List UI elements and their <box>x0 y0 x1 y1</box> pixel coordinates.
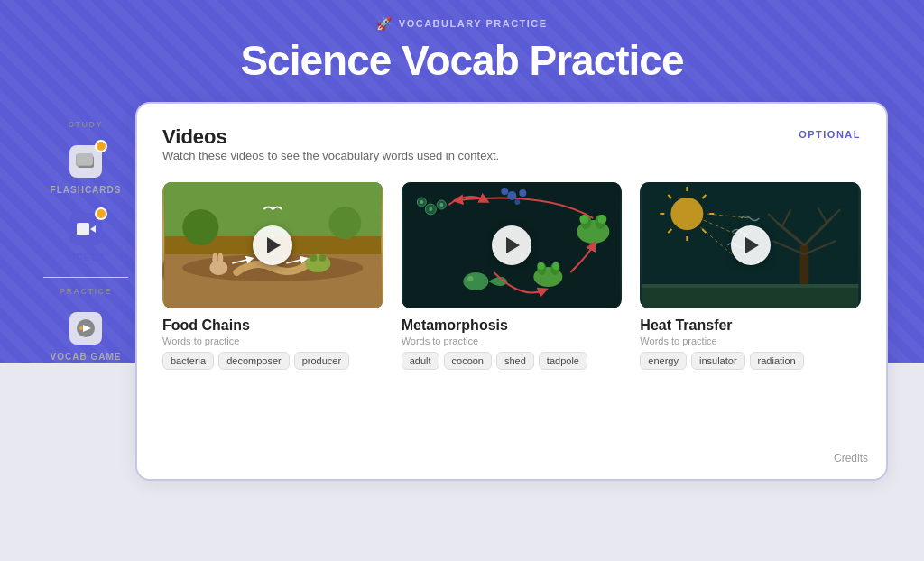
svg-point-27 <box>463 272 488 290</box>
svg-point-42 <box>514 199 520 205</box>
svg-point-33 <box>552 262 559 270</box>
sidebar-item-videos[interactable]: VIDEOS <box>36 204 135 268</box>
card-header: Videos Watch these videos to see the voc… <box>162 125 861 179</box>
sidebar-item-flashcards[interactable]: FLASHCARDS <box>36 136 135 200</box>
main-card: Videos Watch these videos to see the voc… <box>135 102 888 481</box>
heat-transfer-title: Heat Transfer <box>640 317 861 334</box>
svg-point-28 <box>467 276 473 281</box>
svg-point-26 <box>420 200 423 204</box>
flashcards-badge <box>95 140 107 152</box>
video-item-heat-transfer[interactable]: Heat Transfer Words to practice energy i… <box>640 182 861 370</box>
vocab-game-label: VOCAB GAME <box>51 352 122 362</box>
metamorphosis-title: Metamorphosis <box>402 317 623 334</box>
sidebar-item-vocab-game[interactable]: VOCAB GAME <box>36 303 135 367</box>
svg-point-39 <box>507 191 516 200</box>
heat-transfer-words-label: Words to practice <box>640 336 861 346</box>
svg-rect-65 <box>642 286 859 308</box>
svg-point-15 <box>310 254 317 262</box>
heat-transfer-tags: energy insulator radiation <box>640 352 861 370</box>
food-chains-words-label: Words to practice <box>162 336 383 346</box>
vocab-game-icon-wrap <box>66 308 106 348</box>
play-triangle-heat <box>745 237 759 253</box>
metamorphosis-words-label: Words to practice <box>402 336 623 346</box>
video-item-metamorphosis[interactable]: Metamorphosis Words to practice adult co… <box>402 182 623 370</box>
header: 🚀 VOCABULARY PRACTICE Science Vocab Prac… <box>0 0 924 84</box>
page-title: Science Vocab Practice <box>0 38 924 84</box>
tag-shed[interactable]: shed <box>496 352 534 370</box>
svg-point-13 <box>328 207 361 239</box>
svg-point-16 <box>319 254 326 262</box>
video-item-food-chains[interactable]: Food Chains Words to practice bacteria d… <box>162 182 383 370</box>
videos-badge <box>95 207 107 220</box>
video-thumbnail-food-chains <box>162 182 383 308</box>
svg-point-18 <box>212 253 217 265</box>
sidebar-divider <box>43 277 128 278</box>
svg-point-12 <box>182 209 218 245</box>
svg-rect-66 <box>642 284 859 288</box>
videos-grid: Food Chains Words to practice bacteria d… <box>162 182 861 370</box>
videos-icon-wrap <box>66 209 106 249</box>
svg-rect-3 <box>77 223 89 235</box>
svg-point-24 <box>429 207 432 211</box>
practice-section-label: PRACTICE <box>36 287 135 296</box>
play-triangle <box>267 237 281 253</box>
play-button-metamorphosis[interactable] <box>492 225 531 265</box>
metamorphosis-tags: adult cocoon shed tadpole <box>402 352 623 370</box>
svg-point-40 <box>519 189 526 197</box>
main-layout: STUDY FLASHCARDS <box>0 84 924 481</box>
flashcards-label: FLASHCARDS <box>51 185 122 195</box>
card-title: Videos <box>162 125 499 149</box>
tag-adult[interactable]: adult <box>402 352 439 370</box>
tag-bacteria[interactable]: bacteria <box>162 352 214 370</box>
play-button-food-chains[interactable] <box>253 225 292 265</box>
svg-point-19 <box>217 253 223 265</box>
food-chains-tags: bacteria decomposer producer <box>162 352 383 370</box>
tag-cocoon[interactable]: cocoon <box>444 352 492 370</box>
study-section-label: STUDY <box>36 120 135 129</box>
svg-point-7 <box>79 326 83 330</box>
tag-tadpole[interactable]: tadpole <box>539 352 587 370</box>
tag-insulator[interactable]: insulator <box>691 352 745 370</box>
svg-point-44 <box>671 198 704 230</box>
svg-point-32 <box>537 262 544 270</box>
svg-rect-2 <box>77 153 93 165</box>
play-triangle-meta <box>506 237 520 253</box>
svg-point-14 <box>305 254 330 272</box>
sidebar: STUDY FLASHCARDS <box>36 102 135 371</box>
vocab-game-icon <box>69 312 102 345</box>
card-subtitle: Watch these videos to see the vocabulary… <box>162 149 499 162</box>
rocket-icon: 🚀 <box>376 16 393 31</box>
videos-label: VIDEOS <box>66 253 106 262</box>
video-thumbnail-heat-transfer <box>640 182 861 308</box>
flashcards-icon-wrap <box>66 142 106 181</box>
tag-energy[interactable]: energy <box>640 352 687 370</box>
brand-label: 🚀 VOCABULARY PRACTICE <box>0 16 924 31</box>
svg-point-41 <box>501 188 508 195</box>
play-button-heat-transfer[interactable] <box>731 225 771 265</box>
tag-producer[interactable]: producer <box>294 352 349 370</box>
tag-radiation[interactable]: radiation <box>750 352 804 370</box>
food-chains-title: Food Chains <box>162 317 383 334</box>
video-thumbnail-metamorphosis <box>402 182 623 308</box>
svg-point-25 <box>439 203 443 207</box>
optional-badge: OPTIONAL <box>799 129 861 140</box>
svg-marker-4 <box>90 225 96 233</box>
tag-decomposer[interactable]: decomposer <box>218 352 290 370</box>
credits-link[interactable]: Credits <box>834 452 868 464</box>
svg-point-38 <box>597 215 606 224</box>
